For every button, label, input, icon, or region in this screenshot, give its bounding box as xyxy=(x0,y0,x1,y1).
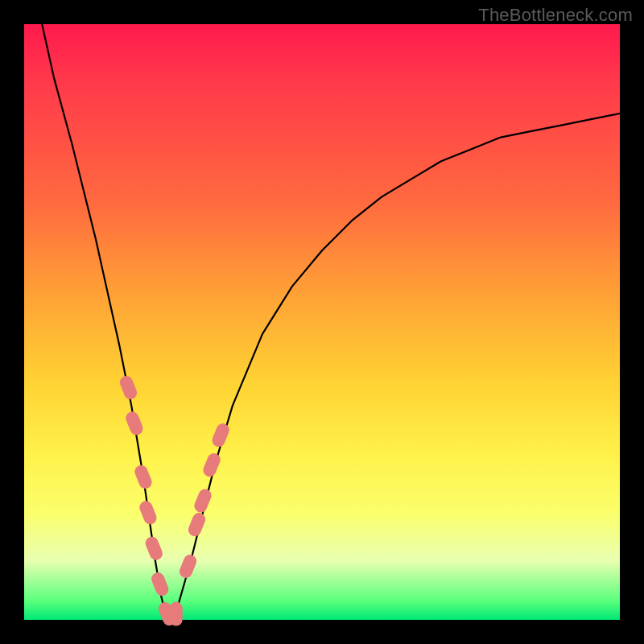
marker xyxy=(124,410,145,437)
chart-svg xyxy=(24,24,620,620)
chart-frame: TheBottleneck.com xyxy=(0,0,644,644)
marker xyxy=(192,487,213,514)
curve-path xyxy=(42,24,620,620)
marker xyxy=(187,511,208,539)
marker xyxy=(201,452,222,479)
plot-area xyxy=(24,24,620,620)
marker xyxy=(138,499,159,526)
marker xyxy=(143,535,164,562)
highlighted-points xyxy=(118,374,231,627)
marker xyxy=(210,422,231,449)
bottleneck-curve xyxy=(42,24,620,620)
marker xyxy=(133,463,154,490)
marker xyxy=(177,552,198,580)
marker xyxy=(118,374,138,401)
marker xyxy=(170,602,183,626)
marker xyxy=(150,571,171,598)
watermark: TheBottleneck.com xyxy=(478,5,633,26)
